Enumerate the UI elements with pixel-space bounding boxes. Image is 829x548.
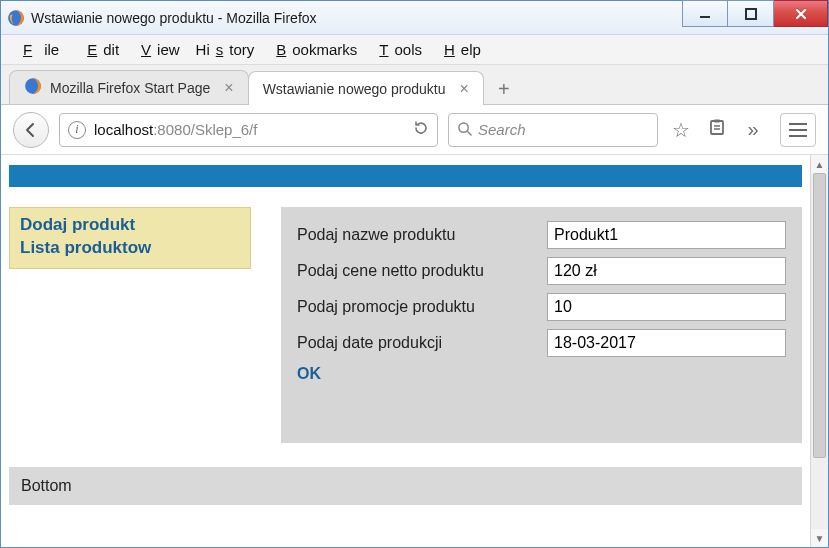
label-product-price: Podaj cene netto produktu bbox=[297, 262, 547, 280]
reader-clipboard-icon[interactable] bbox=[704, 118, 730, 141]
svg-rect-2 bbox=[746, 9, 756, 19]
nav-toolbar: i localhost:8080/Sklep_6/f Search ☆ » bbox=[1, 105, 828, 155]
minimize-button[interactable] bbox=[682, 0, 728, 27]
tab-label: Wstawianie nowego produktu bbox=[263, 81, 446, 97]
search-icon bbox=[457, 121, 472, 139]
menu-help[interactable]: Help bbox=[432, 39, 487, 60]
scroll-track[interactable] bbox=[811, 173, 828, 529]
url-text: localhost:8080/Sklep_6/f bbox=[94, 121, 405, 138]
svg-rect-6 bbox=[711, 121, 723, 134]
firefox-icon bbox=[7, 9, 25, 27]
menu-button[interactable] bbox=[780, 113, 816, 147]
scroll-up-icon[interactable]: ▲ bbox=[811, 155, 828, 173]
tabstrip: Mozilla Firefox Start Page × Wstawianie … bbox=[1, 65, 828, 105]
input-product-promo[interactable] bbox=[547, 293, 786, 321]
menu-file[interactable]: File bbox=[11, 39, 71, 60]
tab-start-page[interactable]: Mozilla Firefox Start Page × bbox=[9, 70, 249, 104]
page-footer: Bottom bbox=[9, 467, 802, 505]
maximize-button[interactable] bbox=[728, 0, 774, 27]
menu-bookmarks[interactable]: Bookmarks bbox=[264, 39, 363, 60]
page-content: Dodaj produkt Lista produktow Podaj nazw… bbox=[1, 155, 810, 547]
site-info-icon[interactable]: i bbox=[68, 121, 86, 139]
sidebar-link-product-list[interactable]: Lista produktow bbox=[20, 237, 240, 260]
label-product-promo: Podaj promocje produktu bbox=[297, 298, 547, 316]
window-controls bbox=[682, 1, 828, 34]
overflow-chevron-icon[interactable]: » bbox=[740, 118, 766, 141]
scroll-thumb[interactable] bbox=[813, 173, 826, 458]
firefox-icon bbox=[24, 77, 42, 98]
vertical-scrollbar[interactable]: ▲ ▼ bbox=[810, 155, 828, 547]
search-placeholder: Search bbox=[478, 121, 526, 138]
menu-view[interactable]: View bbox=[129, 39, 186, 60]
sidebar-box: Dodaj produkt Lista produktow bbox=[9, 207, 251, 269]
sidebar: Dodaj produkt Lista produktow bbox=[9, 207, 251, 443]
back-button[interactable] bbox=[13, 112, 49, 148]
label-product-name: Podaj nazwe produktu bbox=[297, 226, 547, 244]
tab-close-icon[interactable]: × bbox=[460, 80, 469, 98]
menubar: File Edit View History Bookmarks Tools H… bbox=[1, 35, 828, 65]
new-tab-button[interactable]: + bbox=[487, 74, 521, 104]
window-title: Wstawianie nowego produktu - Mozilla Fir… bbox=[31, 10, 317, 26]
menu-history[interactable]: History bbox=[190, 39, 261, 60]
scroll-down-icon[interactable]: ▼ bbox=[811, 529, 828, 547]
tab-label: Mozilla Firefox Start Page bbox=[50, 80, 210, 96]
svg-rect-7 bbox=[714, 120, 720, 123]
input-product-name[interactable] bbox=[547, 221, 786, 249]
input-product-date[interactable] bbox=[547, 329, 786, 357]
search-box[interactable]: Search bbox=[448, 113, 658, 147]
close-button[interactable] bbox=[774, 0, 828, 27]
reload-icon[interactable] bbox=[413, 120, 429, 140]
input-product-price[interactable] bbox=[547, 257, 786, 285]
url-bar[interactable]: i localhost:8080/Sklep_6/f bbox=[59, 113, 438, 147]
page-viewport: Dodaj produkt Lista produktow Podaj nazw… bbox=[1, 155, 828, 547]
sidebar-link-add-product[interactable]: Dodaj produkt bbox=[20, 214, 240, 237]
form-panel: Podaj nazwe produktu Podaj cene netto pr… bbox=[281, 207, 802, 443]
bookmark-star-icon[interactable]: ☆ bbox=[668, 118, 694, 142]
tab-close-icon[interactable]: × bbox=[224, 79, 233, 97]
titlebar: Wstawianie nowego produktu - Mozilla Fir… bbox=[1, 1, 828, 35]
svg-line-5 bbox=[467, 131, 471, 135]
page-header-bar bbox=[9, 165, 802, 187]
menu-edit[interactable]: Edit bbox=[75, 39, 125, 60]
menu-tools[interactable]: Tools bbox=[367, 39, 428, 60]
ok-link[interactable]: OK bbox=[297, 365, 321, 382]
svg-rect-1 bbox=[700, 16, 710, 18]
footer-text: Bottom bbox=[21, 477, 72, 494]
browser-window: Wstawianie nowego produktu - Mozilla Fir… bbox=[0, 0, 829, 548]
tab-product-insert[interactable]: Wstawianie nowego produktu × bbox=[248, 71, 484, 105]
label-product-date: Podaj date produkcji bbox=[297, 334, 547, 352]
